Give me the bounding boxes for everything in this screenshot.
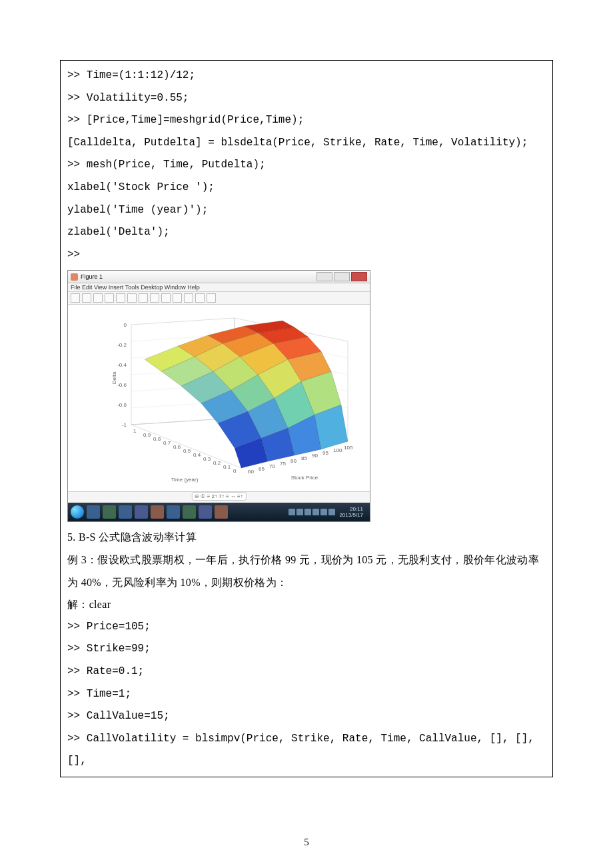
taskbar-clock[interactable]: 20:11 2013/5/17: [339, 506, 363, 518]
close-button[interactable]: [351, 272, 367, 281]
tray-icon[interactable]: [289, 509, 295, 515]
x-tick: 95: [322, 450, 328, 456]
x-tick: 70: [269, 463, 275, 469]
x-axis-label: Stock Price: [291, 475, 318, 481]
section-heading: 5. B-S 公式隐含波动率计算: [67, 526, 546, 549]
z-tick: -0.8: [117, 402, 127, 408]
code-line: >> CallValue=15;: [67, 705, 546, 728]
new-icon[interactable]: [71, 293, 80, 303]
maximize-button[interactable]: [334, 272, 350, 281]
matlab-figure-window: Figure 1 File Edit View Insert Tools Des…: [67, 270, 370, 522]
document-page: >> Time=(1:1:12)/12; >> Volatility=0.55;…: [0, 0, 613, 868]
y-tick: 1: [133, 428, 137, 434]
code-line: >> [Price,Time]=meshgrid(Price,Time);: [67, 109, 546, 132]
content-cell: >> Time=(1:1:12)/12; >> Volatility=0.55;…: [60, 60, 553, 777]
y-tick: 0.7: [163, 440, 171, 446]
minimize-button[interactable]: [316, 272, 332, 281]
code-line: >> mesh(Price, Time, Putdelta);: [67, 154, 546, 177]
pan-icon[interactable]: [139, 293, 148, 303]
code-line: xlabel('Stock Price ');: [67, 177, 546, 199]
code-line: >> Price=105;: [67, 616, 546, 639]
datacursor-icon[interactable]: [161, 293, 171, 303]
x-tick: 100: [333, 447, 342, 453]
y-tick: 0.4: [193, 452, 201, 458]
start-button[interactable]: [71, 505, 84, 519]
y-tick: 0.2: [213, 460, 221, 466]
x-tick: 80: [291, 458, 297, 464]
x-tick: 85: [301, 455, 307, 461]
tray-icon[interactable]: [297, 509, 303, 515]
z-tick: 0: [124, 322, 127, 328]
embedded-screenshot: Figure 1 File Edit View Insert Tools Des…: [67, 270, 546, 522]
solution-label: 解：clear: [67, 593, 546, 616]
y-axis-label: Time (year): [171, 477, 199, 483]
menubar[interactable]: File Edit View Insert Tools Desktop Wind…: [68, 283, 370, 292]
code-line: >> CallVolatility = blsimpv(Price, Strik…: [67, 728, 546, 773]
code-line: >> Time=1;: [67, 683, 546, 706]
y-tick: 0.8: [153, 436, 161, 442]
code-line: zlabel('Delta');: [67, 221, 546, 244]
y-tick: 0.9: [143, 432, 151, 438]
y-tick: 0.6: [173, 444, 181, 450]
colorbar-icon[interactable]: [195, 293, 205, 303]
matlab-icon: [71, 273, 78, 281]
z-axis-label: Delta: [111, 371, 117, 384]
taskbar-app-icon[interactable]: [135, 505, 148, 519]
y-tick: 0: [233, 468, 237, 474]
y-tick: 0.1: [223, 464, 231, 470]
toolbar: [68, 292, 370, 305]
code-line: ylabel('Time (year)');: [67, 199, 546, 222]
zoom-in-icon[interactable]: [116, 293, 125, 303]
tray-icon[interactable]: [320, 509, 327, 515]
tray-icon[interactable]: [305, 509, 311, 515]
x-tick: 105: [344, 445, 353, 451]
brush-icon[interactable]: [173, 293, 182, 303]
window-title: Figure 1: [81, 273, 103, 280]
legend-icon[interactable]: [207, 293, 216, 303]
axes-3d-surface[interactable]: 0 -0.2 -0.4 -0.6 -0.8 -1 Delta 1 0.9 0.8…: [68, 305, 370, 491]
taskbar-app-icon[interactable]: [167, 505, 180, 519]
taskbar-app-icon[interactable]: [183, 505, 196, 519]
figure-statusbar: ⊖ ① ≡ 2↑ 7↑ ≡ ↔ ≡↑: [68, 491, 370, 503]
code-line: >> Time=(1:1:12)/12;: [67, 65, 546, 87]
taskbar-app-icon[interactable]: [119, 505, 132, 519]
windows-taskbar: 20:11 2013/5/17: [68, 503, 370, 521]
example-text: 例 3：假设欧式股票期权，一年后，执行价格 99 元，现价为 105 元，无股利…: [67, 549, 546, 593]
taskbar-app-icon[interactable]: [103, 505, 116, 519]
page-number: 5: [0, 837, 613, 848]
y-tick: 0.5: [183, 448, 191, 454]
rotate3d-icon[interactable]: [150, 293, 159, 303]
x-tick: 75: [280, 461, 286, 467]
code-line: [Calldelta, Putdelta] = blsdelta(Price, …: [67, 132, 546, 155]
z-tick: -0.4: [117, 362, 127, 368]
y-tick: 0.3: [203, 456, 211, 462]
x-tick: 90: [312, 453, 318, 459]
z-tick: -0.6: [117, 382, 127, 388]
link-icon[interactable]: [184, 293, 193, 303]
x-tick: 60: [248, 469, 254, 475]
code-line: >> Rate=0.1;: [67, 661, 546, 683]
code-line: >>: [67, 244, 546, 267]
zoom-out-icon[interactable]: [127, 293, 137, 303]
taskbar-app-icon[interactable]: [151, 505, 164, 519]
system-tray[interactable]: [289, 509, 335, 515]
taskbar-app-icon[interactable]: [215, 505, 228, 519]
taskbar-app-icon[interactable]: [199, 505, 212, 519]
x-tick: 65: [259, 466, 265, 472]
security-popup[interactable]: ⊖ ① ≡ 2↑ 7↑ ≡ ↔ ≡↑: [191, 492, 246, 501]
code-line: >> Strike=99;: [67, 638, 546, 661]
z-tick: -1: [122, 422, 127, 428]
tray-icon[interactable]: [328, 509, 335, 515]
taskbar-app-icon[interactable]: [87, 505, 100, 519]
tray-icon[interactable]: [312, 509, 319, 515]
open-icon[interactable]: [82, 293, 91, 303]
print-icon[interactable]: [105, 293, 114, 303]
z-tick: -0.2: [117, 342, 127, 348]
window-titlebar: Figure 1: [68, 271, 370, 283]
code-line: >> Volatility=0.55;: [67, 87, 546, 110]
save-icon[interactable]: [93, 293, 103, 303]
